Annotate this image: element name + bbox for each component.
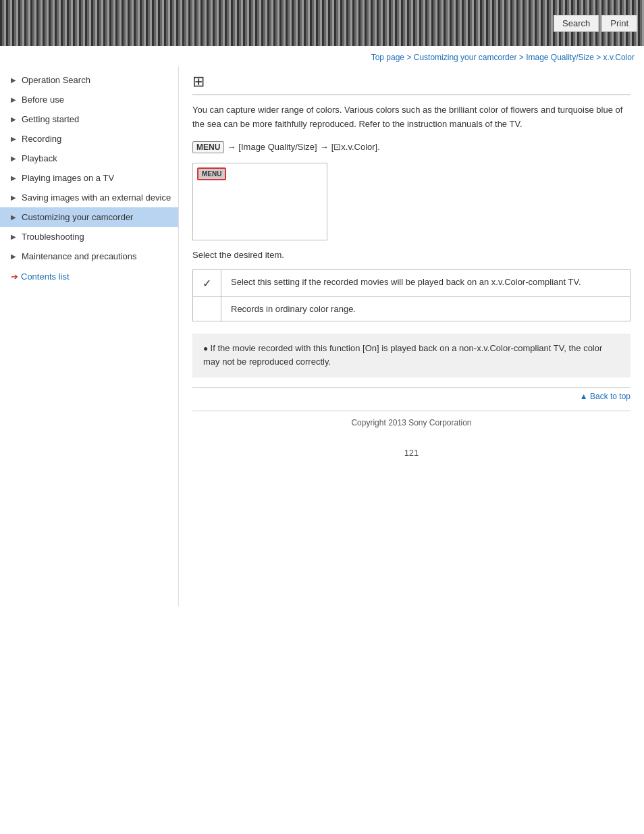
sidebar-item-label: Before use xyxy=(22,95,171,105)
sidebar-item-label: Operation Search xyxy=(22,75,171,85)
menu-instruction: MENU → [Image Quality/Size] → [⊡x.v.Colo… xyxy=(192,141,630,153)
table-cell-text-1: Select this setting if the recorded movi… xyxy=(221,269,630,296)
menu-step1: [Image Quality/Size] xyxy=(238,142,317,152)
search-button[interactable]: Search xyxy=(554,15,599,32)
breadcrumb-image-quality[interactable]: Image Quality/Size xyxy=(526,53,594,62)
content-area: ⊞ You can capture wider range of colors.… xyxy=(179,66,644,606)
arrow-icon: ▶ xyxy=(11,174,18,182)
arrow-icon: ▶ xyxy=(11,233,18,240)
sidebar-item-saving-images[interactable]: ▶ Saving images with an external device xyxy=(0,188,178,207)
sidebar-item-label: Maintenance and precautions xyxy=(22,251,171,261)
menu-button-image: MENU xyxy=(197,167,226,180)
arrow-icon: ▶ xyxy=(11,76,18,84)
arrow-icon: ▶ xyxy=(11,96,18,103)
note-box: If the movie recorded with this function… xyxy=(192,334,630,378)
page-number: 121 xyxy=(192,441,630,471)
breadcrumb-top-page[interactable]: Top page xyxy=(371,53,404,62)
breadcrumb-customizing[interactable]: Customizing your camcorder xyxy=(414,53,517,62)
table-row: Records in ordinary color range. xyxy=(193,296,630,321)
options-table: ✓ Select this setting if the recorded mo… xyxy=(192,269,630,321)
sidebar-item-playback[interactable]: ▶ Playback xyxy=(0,149,178,168)
sidebar-item-customizing[interactable]: ▶ Customizing your camcorder xyxy=(0,207,178,227)
table-row: ✓ Select this setting if the recorded mo… xyxy=(193,269,630,296)
sidebar-item-recording[interactable]: ▶ Recording xyxy=(0,129,178,149)
page-icon-row: ⊞ xyxy=(192,73,630,95)
breadcrumb: Top page > Customizing your camcorder > … xyxy=(0,46,644,66)
table-cell-text-2: Records in ordinary color range. xyxy=(221,296,630,321)
contents-list-arrow-icon: ➔ xyxy=(11,271,18,282)
sidebar: ▶ Operation Search ▶ Before use ▶ Gettin… xyxy=(0,66,179,606)
sidebar-item-maintenance[interactable]: ▶ Maintenance and precautions xyxy=(0,246,178,266)
sidebar-item-label: Saving images with an external device xyxy=(22,192,171,203)
sidebar-item-label: Customizing your camcorder xyxy=(22,212,171,222)
table-cell-check-2 xyxy=(193,296,221,321)
breadcrumb-xvcolor: x.v.Color xyxy=(603,53,635,62)
contents-list-link[interactable]: ➔ Contents list xyxy=(0,266,178,287)
arrow-icon: ▶ xyxy=(11,135,18,142)
sidebar-item-label: Getting started xyxy=(22,114,171,124)
header-buttons: Search Print xyxy=(554,15,637,32)
sidebar-item-label: Playing images on a TV xyxy=(22,173,171,183)
header: Search Print xyxy=(0,0,644,46)
screenshot-box: MENU xyxy=(192,163,327,240)
contents-list-label: Contents list xyxy=(21,271,70,282)
arrow-icon: ▶ xyxy=(11,253,18,260)
menu-arrow2: → xyxy=(320,142,329,152)
sidebar-item-playing-images[interactable]: ▶ Playing images on a TV xyxy=(0,168,178,188)
print-button[interactable]: Print xyxy=(601,15,637,32)
table-cell-check-1: ✓ xyxy=(193,269,221,296)
sidebar-item-troubleshooting[interactable]: ▶ Troubleshooting xyxy=(0,227,178,246)
menu-step2: [⊡x.v.Color]. xyxy=(331,142,380,152)
sidebar-item-getting-started[interactable]: ▶ Getting started xyxy=(0,109,178,129)
content-description: You can capture wider range of colors. V… xyxy=(192,103,630,132)
note-item: If the movie recorded with this function… xyxy=(203,342,620,370)
sidebar-item-label: Troubleshooting xyxy=(22,232,171,242)
back-to-top[interactable]: ▲ Back to top xyxy=(192,387,630,405)
sidebar-item-operation-search[interactable]: ▶ Operation Search xyxy=(0,70,178,90)
arrow-icon: ▶ xyxy=(11,194,18,201)
sidebar-item-label: Recording xyxy=(22,134,171,144)
arrow-icon: ▶ xyxy=(11,155,18,162)
select-item-text: Select the desired item. xyxy=(192,250,630,260)
footer: Copyright 2013 Sony Corporation xyxy=(192,411,630,441)
arrow-icon: ▶ xyxy=(11,213,18,221)
menu-arrow1: → xyxy=(227,142,236,152)
main-layout: ▶ Operation Search ▶ Before use ▶ Gettin… xyxy=(0,66,644,606)
arrow-icon: ▶ xyxy=(11,115,18,123)
sidebar-item-label: Playback xyxy=(22,153,171,163)
camera-icon: ⊞ xyxy=(192,73,205,90)
sidebar-item-before-use[interactable]: ▶ Before use xyxy=(0,90,178,109)
menu-key: MENU xyxy=(192,141,224,153)
back-to-top-link[interactable]: ▲ Back to top xyxy=(580,392,630,401)
